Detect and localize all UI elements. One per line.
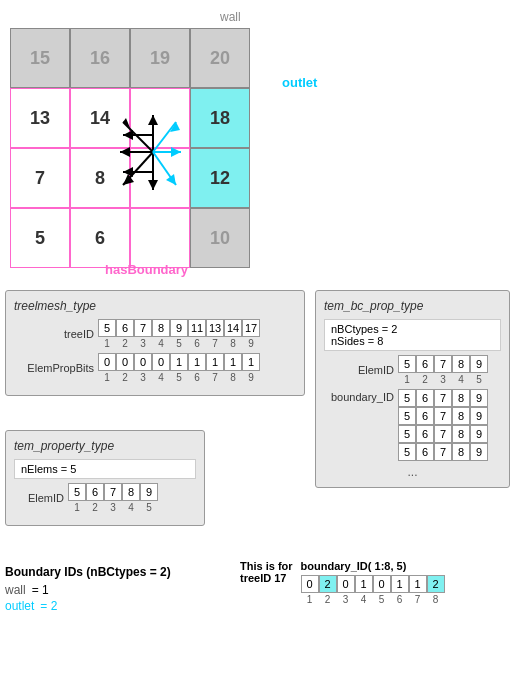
number-box: 6 [116, 319, 134, 337]
panel-tree-title: treelmesh_type [14, 299, 296, 313]
boundary-id-row: 56789 [398, 425, 488, 443]
index-label: 8 [224, 338, 242, 349]
wall-legend-label: wall [5, 583, 26, 597]
prop-info: nElems = 5 [14, 459, 196, 479]
number-box: 9 [470, 425, 488, 443]
index-label: 3 [434, 374, 452, 385]
outlet-legend-label: outlet [5, 599, 34, 613]
index-label: 4 [152, 372, 170, 383]
index-label: 7 [206, 338, 224, 349]
bc-ellipsis: ... [324, 465, 501, 479]
number-box: 7 [104, 483, 122, 501]
index-label: 9 [242, 372, 260, 383]
index-label: 5 [170, 372, 188, 383]
number-box: 17 [242, 319, 260, 337]
number-box: 0 [134, 353, 152, 371]
number-box: 1 [224, 353, 242, 371]
index-label: 4 [452, 374, 470, 385]
number-box: 6 [416, 407, 434, 425]
index-label: 6 [188, 372, 206, 383]
svg-marker-13 [148, 180, 158, 190]
index-label: 2 [86, 502, 104, 513]
svg-line-14 [153, 122, 176, 152]
svg-marker-7 [120, 147, 130, 157]
number-box: 9 [140, 483, 158, 501]
number-box: 2 [319, 575, 337, 593]
index-label: 8 [224, 372, 242, 383]
index-label: 2 [319, 594, 337, 605]
index-label: 4 [355, 594, 373, 605]
number-box: 7 [434, 407, 452, 425]
grid-cell: 20 [190, 28, 250, 88]
number-box: 6 [86, 483, 104, 501]
number-box: 7 [434, 425, 452, 443]
number-box: 6 [416, 425, 434, 443]
grid-cell: 12 [190, 148, 250, 208]
grid-cell: 13 [10, 88, 70, 148]
number-box: 1 [188, 353, 206, 371]
prop-elemid-label: ElemID [14, 492, 64, 504]
number-box: 5 [398, 355, 416, 373]
grid-cell: 5 [10, 208, 70, 268]
panel-bc: tem_bc_prop_type nBCtypes = 2 nSides = 8… [315, 290, 510, 488]
number-box: 0 [337, 575, 355, 593]
wall-label: wall [220, 10, 241, 24]
number-box: 13 [206, 319, 224, 337]
number-box: 6 [416, 355, 434, 373]
svg-marker-17 [171, 147, 181, 157]
index-label: 8 [427, 594, 445, 605]
index-label: 2 [416, 374, 434, 385]
boundaryid-group: 56789567895678956789 [398, 389, 488, 461]
number-box: 9 [470, 389, 488, 407]
grid-cell: 18 [190, 88, 250, 148]
grid-cell: 7 [10, 148, 70, 208]
number-box: 8 [152, 319, 170, 337]
number-box: 9 [470, 443, 488, 461]
hasboundary-label: hasBoundary [105, 262, 188, 277]
index-label: 4 [122, 502, 140, 513]
number-box: 1 [242, 353, 260, 371]
number-box: 8 [452, 425, 470, 443]
number-box: 14 [224, 319, 242, 337]
index-label: 5 [470, 374, 488, 385]
legend-title: Boundary IDs (nBCtypes = 2) [5, 565, 225, 579]
treeid17-label: This is for treeID 17 [240, 560, 293, 584]
number-box: 5 [398, 443, 416, 461]
number-box: 8 [452, 443, 470, 461]
boundary-id-row: 56789 [398, 389, 488, 407]
number-box: 6 [416, 443, 434, 461]
index-label: 9 [242, 338, 260, 349]
panel-prop-title: tem_property_type [14, 439, 196, 453]
elemprops-group: 000011111 123456789 [98, 353, 260, 383]
index-label: 5 [373, 594, 391, 605]
index-label: 1 [98, 338, 116, 349]
number-box: 5 [398, 389, 416, 407]
index-label: 6 [391, 594, 409, 605]
boundaryid-label: boundary_ID [324, 391, 394, 403]
svg-marker-19 [166, 174, 176, 185]
number-box: 0 [373, 575, 391, 593]
number-box: 5 [68, 483, 86, 501]
index-label: 5 [140, 502, 158, 513]
number-box: 7 [434, 355, 452, 373]
treeid-label: treeID [14, 328, 94, 340]
index-label: 3 [104, 502, 122, 513]
number-box: 0 [98, 353, 116, 371]
index-label: 1 [301, 594, 319, 605]
number-box: 5 [98, 319, 116, 337]
index-label: 6 [188, 338, 206, 349]
legend: Boundary IDs (nBCtypes = 2) wall = 1 out… [5, 565, 225, 615]
bc-info-line1: nBCtypes = 2 [331, 323, 494, 335]
number-box: 8 [122, 483, 140, 501]
number-box: 9 [470, 407, 488, 425]
bc-info-line2: nSides = 8 [331, 335, 494, 347]
svg-marker-5 [123, 130, 133, 140]
number-box: 1 [206, 353, 224, 371]
index-label: 1 [98, 372, 116, 383]
index-label: 3 [134, 372, 152, 383]
arrows-svg [118, 60, 188, 245]
boundary-id-row: 56789 [398, 407, 488, 425]
index-label: 4 [152, 338, 170, 349]
number-box: 0 [301, 575, 319, 593]
number-box: 1 [355, 575, 373, 593]
